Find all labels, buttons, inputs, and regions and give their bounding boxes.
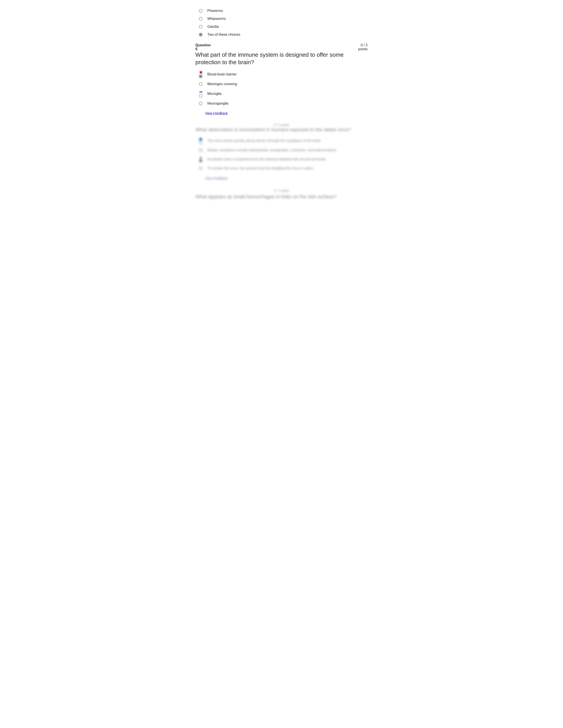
- prev-question-answers: Pinworms Whipworms Giardia Two of these …: [195, 9, 368, 37]
- radio-icon: [199, 167, 202, 170]
- radio-area-3: ➡: [197, 90, 204, 98]
- list-item: Whipworms: [197, 17, 368, 21]
- list-item: ⬤ The virus moves quickly along nerves t…: [197, 137, 368, 144]
- answer-text: Neuroganglia: [207, 101, 228, 105]
- radio-area: [197, 148, 204, 152]
- radio-area: [197, 33, 204, 36]
- blurred-q6-text: What observation is inconsistent in huma…: [195, 127, 368, 133]
- radio-icon-selected: [199, 75, 202, 78]
- blurred-q6-header: 0 / 1 points: [195, 123, 368, 127]
- question-score: 0 / 2: [361, 43, 368, 47]
- question-5-answers: ✖ Blood-brain barrier Meninges covering …: [197, 71, 368, 105]
- radio-icon: [199, 25, 202, 28]
- answer-text: Whipworms: [207, 17, 226, 21]
- blurred-question-7: 0 / 1 points What appears as small hemor…: [195, 189, 368, 200]
- list-item[interactable]: ✖ Blood-brain barrier: [197, 71, 368, 78]
- radio-area-2: [197, 82, 204, 86]
- list-item: ■ Incubation time is proportional to the…: [197, 156, 368, 162]
- radio-icon: [199, 102, 202, 105]
- radio-area-4: [197, 102, 204, 105]
- list-item: To contain the virus, the animal must be…: [197, 166, 368, 170]
- radio-icon: [199, 9, 202, 13]
- list-item: Two of these choices: [197, 33, 368, 37]
- blurred-view-feedback-link: View Feedback: [205, 176, 227, 180]
- list-item: Pinworms: [197, 9, 368, 13]
- answer-text: Giardia: [207, 25, 219, 29]
- question-points-label: points: [358, 47, 368, 51]
- radio-icon-selected: [199, 159, 202, 162]
- radio-area: [197, 17, 204, 21]
- question-label-number: Question 5: [195, 43, 211, 51]
- radio-area-1: ✖: [197, 71, 204, 78]
- radio-icon: [199, 148, 202, 152]
- radio-area: [197, 25, 204, 28]
- radio-icon: [199, 17, 202, 21]
- answer-text: To contain the virus, the animal must be…: [207, 166, 314, 170]
- answer-text: Pinworms: [207, 9, 223, 13]
- question-label: Question: [195, 43, 211, 47]
- wrong-icon: ✖: [199, 71, 202, 75]
- question-5-block: Question 5 0 / 2 points What part of the…: [195, 43, 368, 115]
- radio-icon: [199, 141, 202, 144]
- answer-text: Meninges covering: [207, 82, 237, 86]
- question-5-text: What part of the immune system is design…: [195, 51, 368, 66]
- blurred-q7-score: 0 / 1 points: [195, 189, 368, 192]
- blurred-q6-score: 0 / 1 points: [274, 123, 289, 127]
- blurred-q7-text: What appears as small hemorrhages in fol…: [195, 194, 368, 200]
- question-score-block: 0 / 2 points: [358, 43, 368, 51]
- answer-text: The virus moves quickly along nerves thr…: [207, 139, 322, 143]
- radio-icon: [199, 94, 202, 98]
- radio-icon-selected: [199, 33, 202, 36]
- answer-text: Microglia: [207, 92, 221, 96]
- radio-area: [197, 9, 204, 13]
- answer-text: Blood-brain barrier: [207, 72, 237, 76]
- blurred-q6-answers: ⬤ The virus moves quickly along nerves t…: [197, 137, 368, 170]
- radio-area: ■: [197, 156, 204, 162]
- question-header: Question 5 0 / 2 points: [195, 43, 368, 51]
- list-item[interactable]: ➡ Microglia: [197, 90, 368, 98]
- list-item[interactable]: Neuroganglia: [197, 101, 368, 105]
- question-number: 5: [195, 47, 197, 51]
- list-item[interactable]: Meninges covering: [197, 82, 368, 86]
- radio-area: [197, 167, 204, 170]
- view-feedback-link[interactable]: View Feedback: [205, 111, 227, 115]
- blurred-question-6: 0 / 1 points What observation is inconsi…: [195, 123, 368, 180]
- list-item: Rabies symptoms include hydrophobia, enc…: [197, 148, 368, 152]
- correct-arrow-icon: ➡: [199, 90, 202, 94]
- red-square-icon: ■: [200, 156, 201, 159]
- answer-text: Incubation time is proportional to the d…: [207, 157, 327, 161]
- answer-text: Rabies symptoms include hydrophobia, enc…: [207, 148, 337, 152]
- answer-text: Two of these choices: [207, 33, 240, 37]
- radio-area: ⬤: [197, 137, 204, 144]
- radio-icon: [199, 82, 202, 86]
- prev-answer-list: Pinworms Whipworms Giardia Two of these …: [197, 9, 368, 37]
- list-item: Giardia: [197, 25, 368, 29]
